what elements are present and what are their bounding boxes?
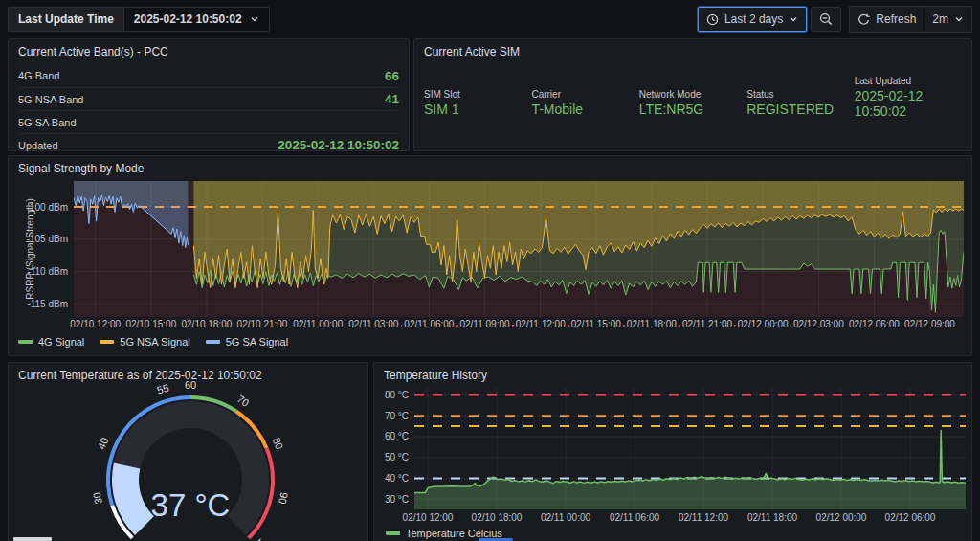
table-row: 5G SA Band — [18, 110, 399, 133]
dashboard-toolbar: Last Update Time 2025-02-12 10:50:02 Las… — [0, 0, 980, 36]
signal-legend: 4G Signal 5G NSA Signal 5G SA Signal — [18, 336, 288, 348]
band-row-value: 2025-02-12 10:50:02 — [278, 138, 399, 152]
x-tick-label: 02/11 12:00 — [514, 319, 568, 329]
x-tick-label: 02/11 00:00 — [539, 512, 592, 523]
zoom-out-icon — [819, 12, 833, 26]
refresh-interval-dropdown[interactable]: 2m — [924, 7, 971, 32]
stat-value: SIM 1 — [424, 101, 516, 117]
x-tick-label: 02/12 00:00 — [736, 319, 791, 329]
variable-value-dropdown[interactable]: 2025-02-12 10:50:02 — [123, 7, 270, 32]
legend-swatch — [206, 340, 220, 344]
x-tick-label: 02/12 09:00 — [902, 319, 957, 329]
panel-temperature-history: Temperature History 30 °C40 °C50 °C60 °C… — [373, 362, 972, 541]
svg-text:80 °C: 80 °C — [385, 390, 409, 400]
stat-label: Network Mode — [639, 89, 746, 100]
stat-label: Status — [746, 89, 854, 100]
svg-text:37 °C: 37 °C — [151, 487, 231, 523]
svg-text:50 °C: 50 °C — [385, 452, 409, 462]
legend-label: 5G NSA Signal — [120, 336, 189, 348]
x-tick-label: 02/11 06:00 — [402, 319, 456, 329]
svg-text:90: 90 — [277, 491, 290, 505]
x-tick-label: 02/10 21:00 — [235, 319, 290, 329]
svg-text:80: 80 — [271, 436, 286, 451]
legend-swatch — [100, 340, 114, 344]
panel-title[interactable]: Current Active SIM — [424, 45, 520, 58]
refresh-button[interactable]: Refresh — [850, 7, 924, 32]
x-tick-label: 02/12 06:00 — [847, 319, 902, 329]
stat-label: Carrier — [531, 89, 638, 100]
svg-text:RSRP (Signal Strength): RSRP (Signal Strength) — [25, 198, 35, 299]
band-row-value: 66 — [385, 69, 399, 83]
chevron-down-icon — [250, 14, 259, 24]
band-row-label: Updated — [18, 140, 58, 151]
svg-text:70 °C: 70 °C — [385, 411, 409, 421]
x-tick-label: 02/12 00:00 — [814, 512, 869, 523]
x-tick-label: 02/11 18:00 — [625, 319, 679, 329]
x-tick-label: 02/11 18:00 — [746, 512, 799, 523]
refresh-icon — [858, 13, 870, 26]
refresh-label: Refresh — [876, 12, 916, 26]
svg-text:60: 60 — [185, 379, 196, 391]
stat: Network Mode LTE:NR5G — [639, 89, 746, 119]
refresh-group: Refresh 2m — [849, 6, 972, 33]
table-row: 5G NSA Band 41 — [18, 87, 399, 110]
x-tick-label: 02/11 21:00 — [680, 319, 734, 329]
table-row: Updated 2025-02-12 10:50:02 — [18, 133, 399, 156]
stat-label: SIM Slot — [424, 89, 531, 100]
stat: Carrier T-Mobile — [531, 89, 638, 119]
svg-text:55: 55 — [156, 382, 170, 396]
legend-swatch — [386, 531, 400, 535]
x-tick-label: 02/11 12:00 — [677, 512, 730, 523]
table-row: 4G Band 66 — [18, 64, 399, 87]
x-tick-label: 02/12 03:00 — [791, 319, 846, 329]
x-tick-label: 02/10 15:00 — [123, 319, 178, 329]
x-tick-label: 02/10 12:00 — [68, 319, 122, 329]
svg-text:30: 30 — [91, 491, 104, 505]
panel-current-active-sim: Current Active SIM SIM Slot SIM 1 Carrie… — [413, 38, 972, 151]
clock-icon — [706, 13, 719, 26]
variable-label: Last Update Time — [8, 7, 123, 32]
time-range-picker[interactable]: Last 2 days — [698, 7, 807, 32]
stat: Last Updated 2025-02-12 10:50:02 — [855, 76, 962, 119]
refresh-interval: 2m — [932, 12, 948, 26]
x-tick-label: 02/12 06:00 — [883, 512, 938, 523]
x-tick-label: 02/10 18:00 — [470, 512, 524, 523]
zoom-out-button[interactable] — [811, 7, 841, 32]
chevron-down-icon — [789, 14, 798, 24]
band-row-label: 5G NSA Band — [18, 94, 84, 105]
dashboard: Last Update Time 2025-02-12 10:50:02 Las… — [0, 0, 980, 541]
toolbar-right: Last 2 days Refresh 2m — [698, 7, 972, 32]
panel-signal-strength: Signal Strength by Mode -100 dBm-105 dBm… — [8, 155, 972, 356]
panel-current-temperature: Current Temperature as of 2025-02-12 10:… — [8, 362, 368, 541]
legend-item[interactable]: 4G Signal — [18, 336, 84, 348]
stat-value: 2025-02-12 10:50:02 — [855, 88, 947, 119]
legend-swatch — [18, 340, 33, 344]
legend-label: 5G SA Signal — [226, 336, 288, 348]
svg-text:40 °C: 40 °C — [385, 473, 409, 484]
panel-current-active-bands: Current Active Band(s) - PCC 4G Band 66 … — [8, 38, 410, 151]
band-row-label: 5G SA Band — [18, 117, 77, 128]
chevron-down-icon — [954, 14, 964, 24]
x-tick-label: 02/10 18:00 — [179, 319, 234, 329]
sim-stats: SIM Slot SIM 1 Carrier T-Mobile Network … — [424, 89, 962, 119]
x-tick-label: 02/10 12:00 — [401, 512, 456, 523]
x-tick-label: 02/11 06:00 — [608, 512, 661, 523]
band-row-value: 41 — [385, 92, 399, 106]
legend-item[interactable]: 5G NSA Signal — [100, 336, 189, 348]
cutoff-element — [13, 537, 52, 541]
band-row-label: 4G Band — [18, 70, 59, 81]
stat-value: LTE:NR5G — [639, 101, 731, 117]
template-variable: Last Update Time 2025-02-12 10:50:02 — [8, 7, 270, 32]
stat-value: REGISTERED — [746, 101, 838, 117]
time-range-label: Last 2 days — [724, 12, 783, 26]
x-tick-label: 02/11 15:00 — [569, 319, 623, 329]
temperature-gauge: 203040556070809010037 °C — [9, 363, 369, 541]
legend-item[interactable]: 5G SA Signal — [206, 336, 288, 348]
legend-label: 4G Signal — [38, 336, 84, 348]
stat-value: T-Mobile — [531, 101, 623, 117]
band-table: 4G Band 66 5G NSA Band 41 5G SA Band Upd… — [18, 64, 399, 156]
x-tick-label: 02/11 03:00 — [346, 319, 400, 329]
panel-title[interactable]: Current Active Band(s) - PCC — [18, 45, 168, 58]
x-tick-label: 02/11 00:00 — [291, 319, 345, 329]
stat: SIM Slot SIM 1 — [424, 89, 531, 119]
